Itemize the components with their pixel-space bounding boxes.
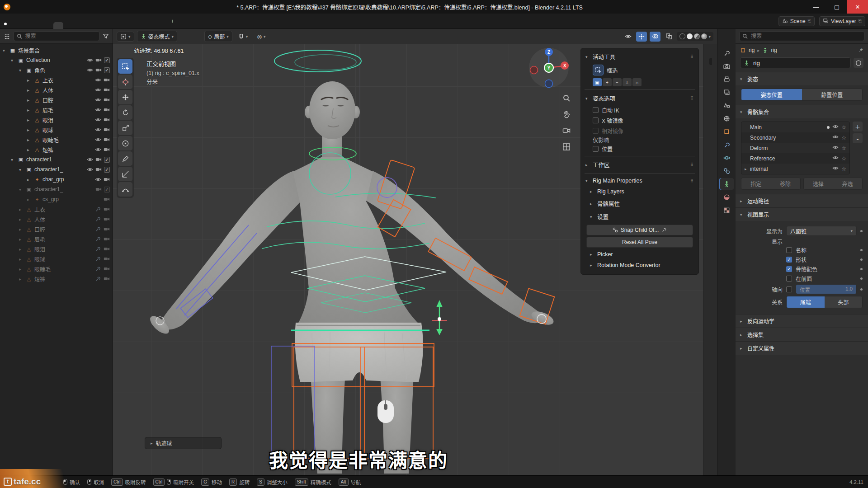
properties-tab-constraints[interactable] — [719, 165, 734, 177]
rendered-shading-icon[interactable] — [701, 33, 707, 39]
datablock-name-field[interactable] — [740, 57, 851, 68]
proportional-editing-toggle[interactable]: ◎▾ — [254, 32, 269, 41]
properties-tab-scene[interactable] — [719, 99, 734, 111]
hide-eye-icon[interactable] — [95, 127, 101, 133]
hide-eye-icon[interactable] — [95, 77, 101, 83]
outliner-row[interactable]: ▸ 眼泪 ✓ — [0, 244, 113, 254]
orientation-selector[interactable]: ◇ 局部 ▾ — [204, 31, 232, 42]
outliner-row[interactable]: ▸ 上衣 ✓ — [0, 75, 113, 85]
shading-mode-switch[interactable]: ▾ — [677, 32, 713, 41]
render-camera-icon[interactable] — [104, 136, 110, 143]
assign-button[interactable]: 指定 — [741, 178, 771, 189]
workspace-tab[interactable] — [64, 22, 74, 29]
properties-tab-render[interactable] — [719, 60, 734, 72]
select-box-tool[interactable] — [118, 59, 132, 74]
properties-tab-data[interactable] — [719, 178, 734, 190]
solid-shading-icon[interactable] — [687, 33, 693, 39]
expand-arrow-icon[interactable]: ▸ — [27, 137, 33, 142]
outliner-row[interactable]: ▾ character1_ ✓ — [0, 184, 113, 194]
pin-icon[interactable]: 📌︎ — [858, 47, 863, 53]
zoom-icon[interactable] — [561, 92, 572, 104]
hide-eye-icon[interactable] — [87, 166, 93, 173]
datablock-name-input[interactable] — [752, 59, 847, 67]
expand-arrow-icon[interactable]: ▾ — [19, 187, 25, 192]
auto-ik-checkbox[interactable] — [593, 107, 599, 113]
select-extend-mode[interactable]: + — [603, 78, 612, 86]
workspace-section-header[interactable]: ▸工作区⠿ — [581, 158, 698, 171]
hide-eye-icon[interactable] — [95, 87, 101, 93]
menu-item[interactable] — [30, 19, 38, 23]
render-camera-icon[interactable] — [104, 127, 110, 133]
properties-tab-modifiers[interactable] — [719, 139, 734, 150]
head-button[interactable]: 头部 — [825, 296, 863, 308]
rig-main-properties-header[interactable]: ▾Rig Main Properties⠿ — [581, 175, 698, 186]
collection-checkbox[interactable]: ✓ — [104, 187, 110, 192]
expand-arrow-icon[interactable]: ▾ — [19, 167, 25, 172]
internal[interactable]: ▸ internal ☆ — [741, 164, 849, 174]
xray-toggle[interactable] — [663, 32, 674, 42]
modifier-wrench-icon[interactable] — [95, 226, 101, 232]
workspace-tab[interactable] — [53, 22, 63, 29]
expand-arrow-icon[interactable]: ▸ — [19, 277, 25, 282]
tail-button[interactable]: 尾端 — [787, 296, 825, 308]
properties-tab-view-layer[interactable] — [719, 86, 734, 98]
rest-position-button[interactable]: 静置位置 — [802, 89, 863, 100]
select-button[interactable]: 选择 — [804, 178, 833, 189]
outliner-row[interactable]: ▾ character1_ ✓ — [0, 164, 113, 174]
collection-checkbox[interactable]: ✓ — [104, 167, 110, 173]
render-camera-icon[interactable] — [104, 117, 110, 123]
grid-ortho-icon[interactable] — [561, 141, 572, 153]
toggle-checkbox[interactable]: ✓ — [786, 266, 792, 272]
viewport-menu[interactable] — [180, 35, 187, 38]
visibility-eye-icon[interactable] — [832, 134, 839, 141]
navigation-gizmo[interactable]: Z X Y — [527, 46, 571, 89]
render-camera-icon[interactable] — [104, 266, 110, 272]
expand-arrow-icon[interactable]: ▸ — [27, 88, 33, 93]
workspace-tab[interactable] — [137, 22, 146, 29]
properties-search-input[interactable] — [750, 33, 861, 40]
outliner-row[interactable]: ▸ cs_grp ✓ — [0, 194, 113, 204]
outliner-row[interactable]: ▸ 眉毛 ✓ — [0, 105, 113, 115]
expand-arrow-icon[interactable]: ▸ — [745, 167, 750, 171]
expand-arrow-icon[interactable]: ▾ — [3, 48, 9, 53]
expand-arrow-icon[interactable]: ▸ — [19, 257, 25, 262]
collection-checkbox[interactable]: ✓ — [104, 57, 110, 63]
outliner-row[interactable]: ▸ 眼睫毛 ✓ — [0, 135, 113, 145]
render-camera-icon[interactable] — [104, 196, 110, 202]
outliner-row[interactable]: ▸ 短裤 ✓ — [0, 145, 113, 155]
outliner-row[interactable]: ▸ 眼球 ✓ — [0, 125, 113, 135]
render-camera-icon[interactable] — [95, 166, 102, 173]
hide-eye-icon[interactable] — [95, 107, 101, 113]
properties-tab-tool[interactable] — [719, 47, 734, 59]
visibility-eye-icon[interactable] — [832, 123, 839, 131]
sidebar-tab[interactable] — [709, 76, 712, 83]
visibility-eye-icon[interactable] — [832, 155, 839, 162]
menu-item[interactable] — [3, 19, 11, 23]
properties-search[interactable] — [739, 31, 864, 41]
remove-button[interactable]: 移除 — [771, 178, 800, 189]
expand-arrow-icon[interactable]: ▸ — [27, 78, 33, 83]
pan-hand-icon[interactable] — [561, 108, 572, 120]
render-camera-icon[interactable] — [104, 107, 110, 113]
workspace-tab[interactable] — [85, 22, 94, 29]
outliner-row[interactable]: ▾ 角色 ✓ — [0, 65, 113, 75]
properties-tab-object[interactable] — [719, 126, 734, 137]
modifier-wrench-icon[interactable] — [95, 276, 101, 282]
toggle-checkbox[interactable] — [786, 276, 792, 282]
close-button[interactable]: ✕ — [847, 0, 868, 14]
outliner-search[interactable] — [14, 31, 99, 41]
rotate-tool[interactable] — [118, 105, 132, 120]
menu-item[interactable] — [12, 19, 20, 23]
outliner-row[interactable]: ▸ 眉毛 ✓ — [0, 234, 113, 244]
move-tool[interactable] — [118, 90, 132, 104]
cursor-tool[interactable] — [118, 75, 132, 89]
select-box-tool-icon[interactable] — [593, 65, 604, 75]
workspace-tab[interactable] — [157, 22, 167, 29]
render-camera-icon[interactable] — [104, 206, 110, 212]
render-camera-icon[interactable] — [104, 226, 110, 232]
select-invert-mode[interactable]: ± — [623, 78, 632, 86]
render-camera-icon[interactable] — [95, 57, 102, 63]
ik-section-header[interactable]: ▸反向运动学 — [736, 314, 868, 328]
hide-eye-icon[interactable] — [95, 136, 101, 143]
scale-tool[interactable] — [118, 121, 132, 135]
